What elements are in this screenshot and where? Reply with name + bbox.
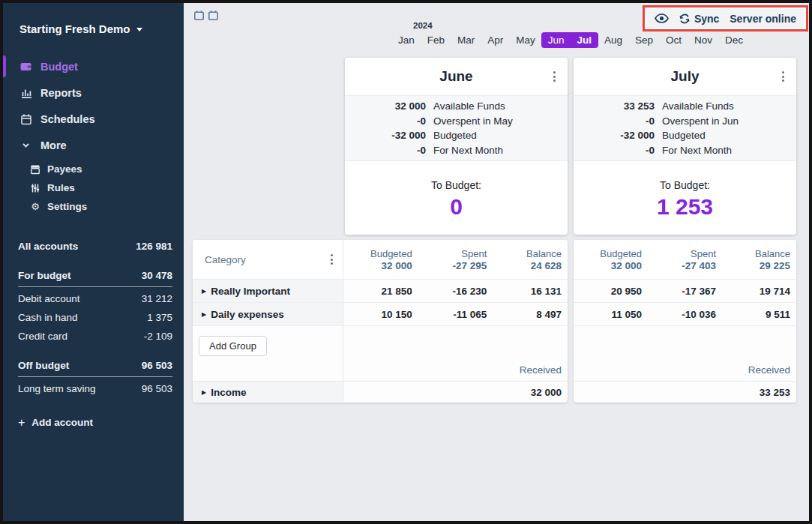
add-account-button[interactable]: + Add account <box>18 413 172 432</box>
month-nov[interactable]: Nov <box>688 32 719 48</box>
column-total: 32 000 <box>381 260 412 271</box>
column-label: Balance <box>526 248 562 259</box>
year-label: 2024 <box>413 21 796 30</box>
to-budget-value[interactable]: 0 <box>345 194 568 220</box>
month-dec[interactable]: Dec <box>719 32 750 48</box>
sliders-icon <box>30 183 40 193</box>
all-accounts-row[interactable]: All accounts 126 981 <box>18 237 172 256</box>
category-header-label: Category <box>205 254 246 265</box>
group-row-daily-expenses: 11 050 -10 036 9 511 <box>574 303 796 326</box>
account-balance: 1 375 <box>147 312 172 323</box>
month-jun-selected[interactable]: Jun <box>541 32 571 48</box>
balance-cell[interactable]: 9 511 <box>722 303 796 325</box>
sidebar-item-settings[interactable]: ⚙ Settings <box>3 197 184 216</box>
spent-cell[interactable]: -16 230 <box>418 280 493 302</box>
month-sep[interactable]: Sep <box>629 32 660 48</box>
month-feb[interactable]: Feb <box>421 32 451 48</box>
sidebar-item-more[interactable]: More <box>3 132 184 158</box>
summary-row: -32 000 Budgeted <box>574 128 796 143</box>
kebab-menu-icon[interactable] <box>328 252 335 267</box>
spent-cell[interactable]: -11 065 <box>418 303 493 325</box>
calendar-single-icon[interactable] <box>193 10 205 21</box>
summary-row: -0 Overspent in May <box>345 114 568 129</box>
spent-cell[interactable]: -10 036 <box>648 303 722 325</box>
balance-column-header[interactable]: Balance 24 628 <box>493 240 568 279</box>
month-mar[interactable]: Mar <box>451 32 481 48</box>
add-account-label: Add account <box>31 417 93 428</box>
account-name: Cash in hand <box>18 312 78 323</box>
month-may[interactable]: May <box>510 32 542 48</box>
account-row-cash[interactable]: Cash in hand 1 375 <box>18 308 172 327</box>
budgeted-cell[interactable]: 11 050 <box>574 303 648 325</box>
summary-label: For Next Month <box>433 145 503 156</box>
balance-column-header[interactable]: Balance 29 225 <box>722 240 796 279</box>
summary-value: -0 <box>574 145 655 156</box>
income-group-row: ▶ Income 32 000 <box>193 381 568 403</box>
category-header-cell: Category <box>193 240 343 279</box>
budgeted-cell[interactable]: 20 950 <box>574 280 648 302</box>
balance-cell[interactable]: 16 131 <box>493 280 568 302</box>
account-row-long-term-saving[interactable]: Long term saving 96 503 <box>18 379 172 398</box>
summary-row: -0 For Next Month <box>574 143 796 158</box>
kebab-menu-icon[interactable] <box>780 69 787 84</box>
balance-cell[interactable]: 8 497 <box>493 303 568 325</box>
month-summary-card-june: June 32 000 Available Funds -0 Overspent… <box>345 58 568 235</box>
calendar-multi-icon[interactable] <box>208 10 219 21</box>
group-name: Really Important <box>211 286 290 297</box>
kebab-menu-icon[interactable] <box>551 69 558 84</box>
expand-triangle-icon: ▶ <box>202 389 206 396</box>
balance-cell[interactable]: 19 714 <box>722 280 796 302</box>
budgeted-column-header[interactable]: Budgeted 32 000 <box>343 240 418 279</box>
group-name-cell[interactable]: ▶ Income <box>193 382 343 403</box>
wallet-icon <box>19 60 32 73</box>
budgeted-cell[interactable]: 21 850 <box>343 280 418 302</box>
account-row-debit[interactable]: Debit account 31 212 <box>18 289 172 308</box>
account-name: Credit card <box>18 331 67 342</box>
group-name-cell[interactable]: ▶ Really Important <box>193 280 343 302</box>
spent-column-header[interactable]: Spent -27 403 <box>648 240 722 279</box>
for-budget-header[interactable]: For budget 30 478 <box>18 266 172 287</box>
budget-table-july: Budgeted 32 000 Spent -27 403 Balance 29… <box>574 240 796 403</box>
month-apr[interactable]: Apr <box>481 32 510 48</box>
account-balance: 31 212 <box>142 293 172 304</box>
budgeted-cell[interactable]: 10 150 <box>343 303 418 325</box>
column-total: -27 403 <box>682 260 716 271</box>
app-window: Starting Fresh Demo Budget Reports <box>0 0 812 524</box>
account-balance: -2 109 <box>144 331 172 342</box>
income-received-july: 33 253 <box>574 382 796 403</box>
summary-value: -0 <box>345 115 426 127</box>
income-group-row: 33 253 <box>574 381 796 403</box>
june-column-headers: Budgeted 32 000 Spent -27 295 Balance 24… <box>343 240 568 279</box>
spent-column-header[interactable]: Spent -27 295 <box>418 240 493 279</box>
sidebar-item-label: More <box>40 139 67 151</box>
group-name-cell[interactable]: ▶ Daily expenses <box>193 303 343 325</box>
all-accounts-label: All accounts <box>18 241 78 252</box>
summary-label: Budgeted <box>433 130 477 141</box>
month-jan[interactable]: Jan <box>391 32 421 48</box>
column-total: 29 225 <box>760 260 790 271</box>
off-budget-header[interactable]: Off budget 96 503 <box>18 356 172 377</box>
account-name: Debit account <box>18 293 80 304</box>
group-name: Income <box>211 387 246 398</box>
month-oct[interactable]: Oct <box>660 32 688 48</box>
budgeted-column-header[interactable]: Budgeted 32 000 <box>574 240 648 279</box>
plus-icon: + <box>18 418 25 427</box>
months-row: Jan Feb Mar Apr May Jun Jul Aug Sep Oct … <box>345 32 796 48</box>
to-budget-value[interactable]: 1 253 <box>574 194 796 220</box>
received-column-header: Received <box>748 364 790 376</box>
sidebar-item-rules[interactable]: Rules <box>3 178 184 197</box>
month-jul-selected[interactable]: Jul <box>571 32 598 48</box>
month-aug[interactable]: Aug <box>598 32 629 48</box>
account-name: Long term saving <box>18 383 96 394</box>
spent-cell[interactable]: -17 367 <box>648 280 722 302</box>
column-label: Spent <box>691 248 716 259</box>
budget-file-menu[interactable]: Starting Fresh Demo <box>19 22 184 35</box>
sidebar-item-budget[interactable]: Budget <box>3 53 184 79</box>
to-budget-block: To Budget: 1 253 <box>574 179 796 220</box>
sidebar-item-reports[interactable]: Reports <box>3 79 184 106</box>
sidebar-item-payees[interactable]: Payees <box>3 160 184 178</box>
month-title: June <box>439 68 472 85</box>
add-group-button[interactable]: Add Group <box>199 336 267 356</box>
account-row-credit-card[interactable]: Credit card -2 109 <box>18 327 172 346</box>
sidebar-item-schedules[interactable]: Schedules <box>3 106 184 132</box>
